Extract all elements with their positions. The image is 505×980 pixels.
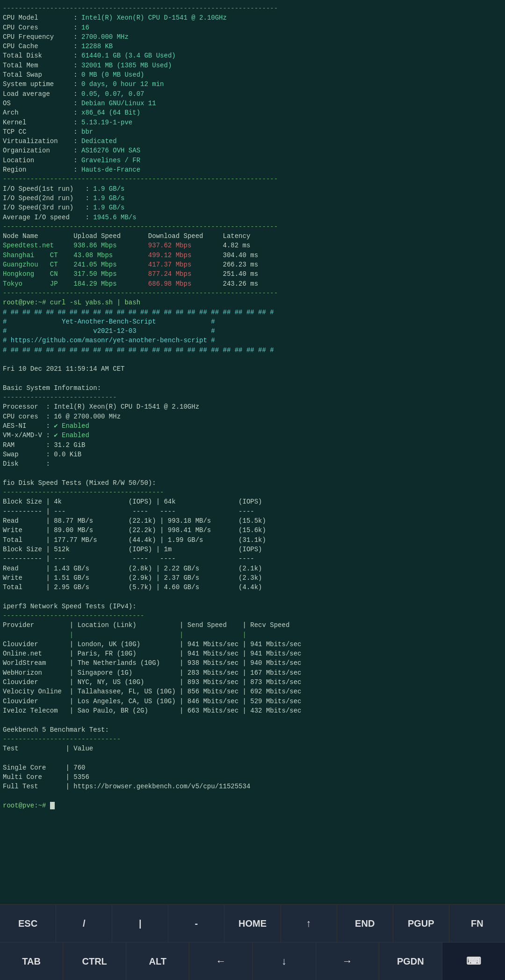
sysinfo-cpu-model: CPU Model : Intel(R) Xeon(R) CPU D-1541 … xyxy=(3,13,502,22)
sysinfo-cpu-cores: CPU Cores : 16 xyxy=(3,23,502,32)
yabs-empty2 xyxy=(3,374,502,383)
iperf-row7: Clouvider | Los Angeles, CA, US (10G) | … xyxy=(3,697,502,706)
fio-empty1 xyxy=(3,469,502,478)
net-row-hongkong: Hongkong CN 317.50 Mbps 877.24 Mbps 251.… xyxy=(3,269,502,279)
key-slash[interactable]: / xyxy=(56,905,112,942)
io-3rd: I/O Speed(3rd run) : 1.9 GB/s xyxy=(3,203,502,212)
key-home[interactable]: HOME xyxy=(224,905,281,942)
key-fn[interactable]: FN xyxy=(449,905,505,942)
keyboard-row1: ESC / | - HOME ↑ END PGUP FN xyxy=(0,904,505,942)
fio-s-total: Total | 177.77 MB/s (44.4k) | 1.99 GB/s … xyxy=(3,535,502,545)
iperf-row1: Clouvider | London, UK (10G) | 941 Mbits… xyxy=(3,640,502,649)
geekbench-empty xyxy=(3,715,502,725)
key-left[interactable]: ← xyxy=(189,943,252,980)
key-up[interactable]: ↑ xyxy=(281,905,337,942)
iperf-row4: WebHorizon | Singapore (1G) | 283 Mbits/… xyxy=(3,668,502,677)
geekbench-title: Geekbench 5 Benchmark Test: xyxy=(3,725,502,735)
geekbench-single: Single Core | 760 xyxy=(3,763,502,772)
io-1st: I/O Speed(1st run) : 1.9 GB/s xyxy=(3,184,502,194)
separator-2: ----------------------------------------… xyxy=(3,174,502,184)
fio-header-dash1: ---------- | --- ---- ---- ---- xyxy=(3,507,502,516)
basic-info-div: ----------------------------- xyxy=(3,393,502,402)
key-tab[interactable]: TAB xyxy=(0,943,63,980)
key-ctrl[interactable]: CTRL xyxy=(63,943,126,980)
sysinfo-location: Location : Gravelines / FR xyxy=(3,156,502,165)
keyboard-row2: TAB CTRL ALT ← ↓ → PGDN ⌨ xyxy=(0,942,505,980)
key-dash[interactable]: - xyxy=(168,905,224,942)
final-prompt: root@pve:~# xyxy=(3,801,502,810)
iperf-empty xyxy=(3,592,502,601)
yabs-banner-hash1: # ## ## ## ## ## ## ## ## ## ## ## ## ##… xyxy=(3,308,502,317)
fio-div1: ----------------------------------------… xyxy=(3,488,502,497)
basic-info-title: Basic System Information: xyxy=(3,383,502,393)
net-row-tokyo: Tokyo JP 184.29 Mbps 686.98 Mbps 243.26 … xyxy=(3,279,502,288)
yabs-banner-url: # https://github.com/masonr/yet-another-… xyxy=(3,336,502,345)
fio-header-dash2: ---------- | --- ---- ---- ---- xyxy=(3,554,502,563)
yabs-banner-title: # Yet-Another-Bench-Script # xyxy=(3,317,502,326)
basic-aes: AES-NI : ✔ Enabled xyxy=(3,421,502,431)
sysinfo-mem: Total Mem : 32001 MB (1385 MB Used) xyxy=(3,61,502,70)
net-table-header: Node Name Upload Speed Download Speed La… xyxy=(3,231,502,241)
yabs-command: root@pve:~# curl -sL yabs.sh | bash xyxy=(3,298,502,307)
separator-3: ----------------------------------------… xyxy=(3,222,502,231)
iperf-row3: WorldStream | The Netherlands (10G) | 93… xyxy=(3,658,502,668)
net-row-guangzhou: Guangzhou CT 241.05 Mbps 417.37 Mbps 266… xyxy=(3,260,502,269)
prompt-empty xyxy=(3,792,502,801)
yabs-timestamp: Fri 10 Dec 2021 11:59:14 AM CET xyxy=(3,364,502,374)
geekbench-empty2 xyxy=(3,753,502,763)
basic-vm: VM-x/AMD-V : ✔ Enabled xyxy=(3,431,502,440)
iperf-row2: Online.net | Paris, FR (10G) | 941 Mbits… xyxy=(3,649,502,658)
iperf-header: Provider | Location (Link) | Send Speed … xyxy=(3,620,502,630)
key-pgdn[interactable]: PGDN xyxy=(379,943,442,980)
sysinfo-cpu-cache: CPU Cache : 12288 KB xyxy=(3,42,502,51)
yabs-banner-hash2: # ## ## ## ## ## ## ## ## ## ## ## ## ##… xyxy=(3,346,502,355)
net-row-speedtest: Speedtest.net 938.86 Mbps 937.62 Mbps 4.… xyxy=(3,241,502,250)
key-pipe[interactable]: | xyxy=(112,905,168,942)
basic-ram: RAM : 31.2 GiB xyxy=(3,440,502,450)
geekbench-full: Full Test | https://browser.geekbench.co… xyxy=(3,782,502,791)
separator-1: ----------------------------------------… xyxy=(3,4,502,13)
sysinfo-uptime: System uptime : 0 days, 0 hour 12 min xyxy=(3,79,502,89)
geekbench-multi: Multi Core | 5356 xyxy=(3,772,502,782)
yabs-banner-version: # v2021-12-03 # xyxy=(3,326,502,336)
sysinfo-virt: Virtualization : Dedicated xyxy=(3,137,502,146)
fio-l-total: Total | 2.95 GB/s (5.7k) | 4.60 GB/s (4.… xyxy=(3,583,502,592)
key-end[interactable]: END xyxy=(337,905,393,942)
separator-4: ----------------------------------------… xyxy=(3,288,502,298)
fio-title: fio Disk Speed Tests (Mixed R/W 50/50): xyxy=(3,478,502,488)
iperf-div: ------------------------------------ xyxy=(3,611,502,620)
basic-processor: Processor : Intel(R) Xeon(R) CPU D-1541 … xyxy=(3,402,502,411)
key-esc[interactable]: ESC xyxy=(0,905,56,942)
basic-swap: Swap : 0.0 KiB xyxy=(3,450,502,459)
terminal: ----------------------------------------… xyxy=(0,0,505,810)
iperf-row5: Clouvider | NYC, NY, US (10G) | 893 Mbit… xyxy=(3,677,502,687)
basic-disk: Disk : xyxy=(3,459,502,468)
io-avg: Average I/O speed : 1945.6 MB/s xyxy=(3,213,502,222)
geekbench-header: Test | Value xyxy=(3,744,502,753)
sysinfo-arch: Arch : x86_64 (64 Bit) xyxy=(3,108,502,117)
key-keyboard-icon[interactable]: ⌨ xyxy=(442,943,505,980)
key-pgup[interactable]: PGUP xyxy=(393,905,449,942)
sysinfo-kernel: Kernel : 5.13.19-1-pve xyxy=(3,118,502,127)
sysinfo-swap: Total Swap : 0 MB (0 MB Used) xyxy=(3,70,502,79)
key-right[interactable]: → xyxy=(316,943,379,980)
sysinfo-tcp: TCP CC : bbr xyxy=(3,127,502,137)
key-alt[interactable]: ALT xyxy=(126,943,189,980)
iperf-row6: Velocity Online | Tallahassee, FL, US (1… xyxy=(3,687,502,696)
iperf-title: iperf3 Network Speed Tests (IPv4): xyxy=(3,602,502,611)
sysinfo-os: OS : Debian GNU/Linux 11 xyxy=(3,99,502,108)
fio-l-read: Read | 1.43 GB/s (2.8k) | 2.22 GB/s (2.1… xyxy=(3,564,502,573)
fio-l-write: Write | 1.51 GB/s (2.9k) | 2.37 GB/s (2.… xyxy=(3,573,502,583)
net-row-shanghai: Shanghai CT 43.08 Mbps 499.12 Mbps 304.4… xyxy=(3,251,502,260)
yabs-empty1 xyxy=(3,355,502,364)
sysinfo-load: Load average : 0.05, 0.07, 0.07 xyxy=(3,89,502,99)
fio-header2: Block Size | 512k (IOPS) | 1m (IOPS) xyxy=(3,545,502,554)
fio-s-write: Write | 89.00 MB/s (22.2k) | 998.41 MB/s… xyxy=(3,526,502,535)
basic-cores: CPU cores : 16 @ 2700.000 MHz xyxy=(3,412,502,421)
iperf-row8: Iveloz Telecom | Sao Paulo, BR (2G) | 66… xyxy=(3,706,502,715)
sysinfo-org: Organization : AS16276 OVH SAS xyxy=(3,146,502,155)
sysinfo-region: Region : Hauts-de-France xyxy=(3,165,502,174)
keyboard-bar: ESC / | - HOME ↑ END PGUP FN TAB CTRL AL… xyxy=(0,904,505,980)
fio-header1: Block Size | 4k (IOPS) | 64k (IOPS) xyxy=(3,497,502,506)
key-down[interactable]: ↓ xyxy=(253,943,316,980)
